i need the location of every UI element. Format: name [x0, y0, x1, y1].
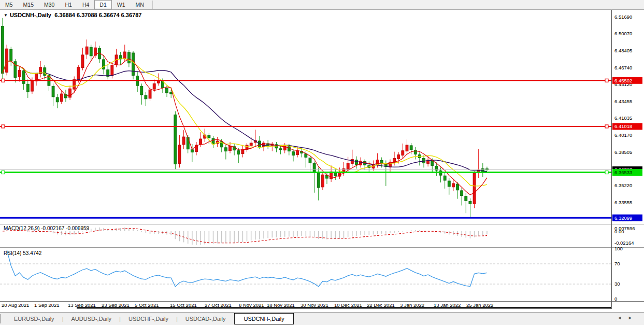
candle: [351, 160, 353, 164]
tabs-container: EURUSD-,Daily|AUDUSD-,Daily|USDCHF-,Dail…: [6, 313, 295, 324]
chart-dropdown-icon[interactable]: ▼: [4, 13, 8, 18]
macd-name: MACD(12,26,9): [4, 225, 39, 231]
candle: [279, 149, 282, 150]
price-axis-label: 6.46740: [614, 65, 632, 70]
candle: [26, 84, 29, 92]
candle: [182, 137, 185, 145]
candle: [402, 151, 404, 156]
macd-main-value: -0.002167: [41, 225, 64, 231]
chart-canvas[interactable]: 6.516906.500706.484056.467406.451206.434…: [0, 9, 644, 313]
candle: [140, 86, 143, 95]
hline-handle[interactable]: [2, 125, 5, 128]
candle: [355, 160, 357, 164]
candle: [170, 92, 173, 94]
tabbar-edge: [0, 314, 2, 323]
candle: [178, 145, 181, 164]
tab-scroll-left-icon[interactable]: ◄: [617, 315, 628, 320]
hline-handle[interactable]: [605, 125, 608, 128]
candle: [410, 146, 412, 150]
candle: [174, 115, 177, 164]
tab-audusddaily[interactable]: AUDUSD-,Daily: [63, 314, 119, 324]
timeframe-button-h1[interactable]: H1: [60, 0, 77, 9]
candle: [443, 176, 446, 180]
tab-usdchfdaily[interactable]: USDCHF-,Daily: [121, 314, 176, 324]
candle: [461, 191, 463, 196]
timeframe-button-m15[interactable]: M15: [18, 0, 39, 9]
candle: [288, 147, 290, 151]
price-axis-label: 6.48405: [614, 48, 632, 53]
candle: [18, 70, 21, 77]
price-axis-label: 6.40170: [614, 132, 632, 138]
candle: [309, 158, 311, 163]
candle: [456, 184, 459, 190]
candle: [224, 148, 227, 151]
tab-eurusddaily[interactable]: EURUSD-,Daily: [6, 314, 62, 324]
timeframe-button-h4[interactable]: H4: [77, 0, 94, 9]
candle: [317, 173, 320, 188]
candle: [166, 88, 168, 93]
candle: [6, 49, 8, 72]
candle: [85, 47, 88, 54]
hline-handle[interactable]: [605, 79, 608, 82]
rsi-axis-label: 100: [614, 246, 623, 251]
price-axis-label: 6.33555: [614, 200, 632, 205]
tab-scroll-right-icon[interactable]: ►: [628, 315, 639, 320]
price-axis-label: 6.41835: [614, 115, 632, 121]
candle: [380, 160, 383, 163]
macd-signal-value: -0.006959: [66, 225, 89, 231]
chart-symbol: USDCNH-,Daily: [10, 12, 51, 18]
candle: [77, 67, 80, 80]
toolbar-separator: [152, 1, 153, 9]
timeframe-button-mn[interactable]: MN: [131, 0, 149, 9]
timeframe-button-w1[interactable]: W1: [112, 0, 131, 9]
timeframe-button-d1[interactable]: D1: [94, 0, 111, 9]
candle: [56, 97, 59, 102]
hline-handle[interactable]: [2, 79, 5, 82]
ohlc-low: 6.36674: [99, 12, 120, 18]
candle: [237, 151, 240, 154]
tab-usdcaddaily[interactable]: USDCAD-,Daily: [178, 314, 234, 324]
chart-area[interactable]: 6.516906.500706.484056.467406.451206.434…: [0, 9, 644, 313]
hline-level-badge-text: 6.41018: [614, 123, 632, 129]
candle: [465, 196, 467, 201]
candle: [187, 137, 189, 149]
candle: [111, 65, 113, 76]
hline-handle[interactable]: [2, 171, 5, 174]
candle: [469, 202, 471, 204]
candle: [10, 49, 12, 61]
candle: [2, 26, 4, 74]
candle: [81, 55, 84, 68]
price-axis-label: 6.50070: [614, 31, 632, 36]
candle: [292, 152, 294, 156]
candle: [321, 175, 324, 187]
rsi-axis-label: 30: [614, 281, 620, 287]
rsi-value: 53.4742: [23, 250, 41, 256]
hline-handle[interactable]: [605, 171, 608, 174]
ohlc-open: 6.36884: [54, 12, 75, 18]
time-axis-label: 1 Sep 2021: [34, 302, 60, 308]
candle: [431, 160, 434, 165]
hline-level-badge-text: 6.32099: [614, 215, 632, 221]
candle: [473, 173, 476, 204]
candle: [448, 181, 450, 187]
candle: [149, 90, 151, 98]
candle: [313, 163, 316, 172]
macd-axis-label: 0.00: [614, 229, 624, 234]
trading-terminal-window: M5M15M30H1H4D1W1MN 6.516906.500706.48405…: [0, 0, 644, 325]
tab-usdcnhdaily[interactable]: USDCNH-,Daily: [234, 313, 293, 324]
price-axis-label: 6.51690: [614, 14, 632, 20]
candle: [44, 68, 46, 76]
candle: [406, 145, 408, 151]
candle: [423, 159, 425, 163]
candle: [397, 155, 400, 159]
rsi-indicator-label: RSI(14) 53.4742: [4, 250, 41, 256]
rsi-axis-label: 0: [614, 296, 617, 302]
ma-fast-line: [3, 53, 487, 195]
timeframe-button-m5[interactable]: M5: [0, 0, 18, 9]
ohlc-close: 6.36787: [121, 12, 142, 18]
macd-axis-label: -0.02164: [614, 240, 634, 246]
timeframe-button-m30[interactable]: M30: [39, 0, 60, 9]
candle: [153, 83, 155, 89]
horizontal-scrollbar[interactable]: [77, 307, 611, 309]
time-axis-label: 20 Aug 2021: [2, 302, 29, 308]
